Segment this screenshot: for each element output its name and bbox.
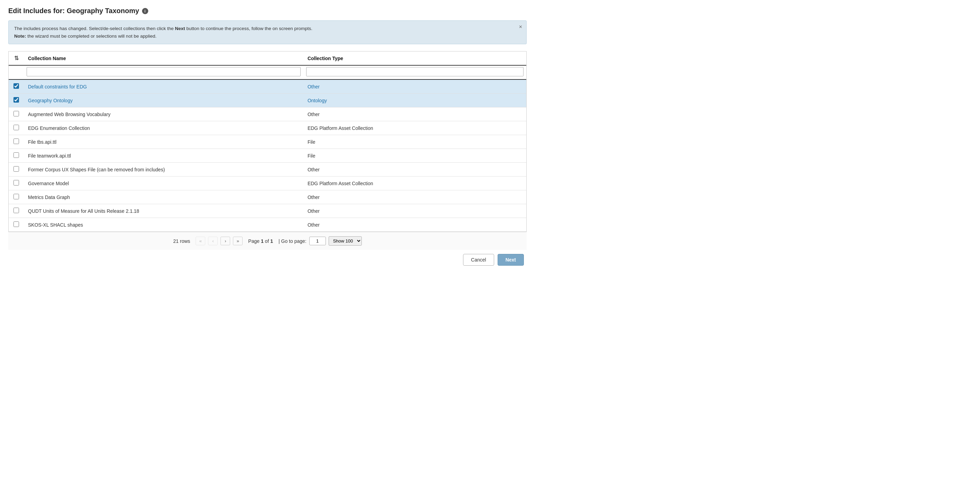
alert-message-prefix: The includes process has changed. Select… (14, 26, 175, 31)
of-label: of (265, 238, 269, 244)
footer-actions: Cancel Next (8, 250, 527, 267)
collection-name-cell[interactable]: Default constraints for EDG (24, 79, 304, 94)
total-pages: 1 (270, 238, 273, 244)
row-checkbox[interactable] (13, 180, 19, 186)
checkbox-cell (9, 176, 24, 190)
filter-empty-cell (9, 65, 24, 79)
table-row: File teamwork.api.ttlFile (9, 149, 526, 163)
collection-type-cell: Other (304, 204, 526, 218)
goto-page-input[interactable] (309, 236, 326, 245)
collection-type-filter[interactable] (306, 67, 523, 76)
table-row: EDG Enumeration CollectionEDG Platform A… (9, 121, 526, 135)
row-checkbox[interactable] (13, 138, 19, 144)
current-page: 1 (261, 238, 264, 244)
checkbox-cell (9, 218, 24, 232)
row-checkbox[interactable] (13, 194, 19, 199)
collection-name-cell: File teamwork.api.ttl (24, 149, 304, 163)
collection-name-cell: SKOS-XL SHACL shapes (24, 218, 304, 232)
col-type-header: Collection Type (304, 51, 526, 65)
table-row: Metrics Data GraphOther (9, 190, 526, 204)
next-page-button[interactable]: › (221, 236, 230, 245)
page-text: Page (248, 238, 259, 244)
page-title: Edit Includes for: Geography Taxonomy (8, 7, 139, 15)
collection-type-cell: File (304, 149, 526, 163)
row-checkbox[interactable] (13, 166, 19, 172)
row-checkbox[interactable] (13, 208, 19, 213)
alert-note-text: the wizard must be completed or selectio… (26, 33, 156, 39)
collection-type-cell: Other (304, 190, 526, 204)
checkbox-cell (9, 121, 24, 135)
collections-table: ⇅ Collection Name Collection Type (9, 51, 526, 232)
checkbox-cell (9, 79, 24, 94)
filter-type-cell (304, 65, 526, 79)
collection-name-cell[interactable]: Geography Ontology (24, 94, 304, 108)
checkbox-cell (9, 163, 24, 176)
collection-type-cell: Other (304, 108, 526, 121)
checkbox-cell (9, 108, 24, 121)
checkbox-cell (9, 94, 24, 108)
checkbox-cell (9, 190, 24, 204)
rows-count: 21 rows (173, 238, 190, 244)
alert-note-label: Note: (14, 33, 26, 39)
info-icon[interactable]: i (142, 8, 148, 14)
table-row: Default constraints for EDGOther (9, 79, 526, 94)
table-row: Governance ModelEDG Platform Asset Colle… (9, 176, 526, 190)
collection-name-cell: Governance Model (24, 176, 304, 190)
table-header-row: ⇅ Collection Name Collection Type (9, 51, 526, 65)
collection-type-cell: EDG Platform Asset Collection (304, 121, 526, 135)
table-body: Default constraints for EDGOtherGeograph… (9, 79, 526, 232)
collection-type-cell[interactable]: Ontology (304, 94, 526, 108)
checkbox-cell (9, 135, 24, 149)
table-filter-row (9, 65, 526, 79)
filter-name-cell (24, 65, 304, 79)
collections-table-wrapper: ⇅ Collection Name Collection Type (8, 51, 527, 232)
table-row: Augmented Web Browsing VocabularyOther (9, 108, 526, 121)
table-row: Geography OntologyOntology (9, 94, 526, 108)
collection-name-cell: Metrics Data Graph (24, 190, 304, 204)
row-checkbox[interactable] (13, 125, 19, 130)
row-checkbox[interactable] (13, 83, 19, 89)
sort-icon[interactable]: ⇅ (14, 55, 19, 62)
collection-name-cell: Former Corpus UX Shapes File (can be rem… (24, 163, 304, 176)
row-checkbox[interactable] (13, 111, 19, 116)
collection-type-cell: Other (304, 163, 526, 176)
collection-name-filter[interactable] (27, 67, 301, 76)
sort-header[interactable]: ⇅ (9, 51, 24, 65)
goto-label: | Go to page: (278, 238, 307, 244)
row-checkbox[interactable] (13, 152, 19, 158)
page-info: Page 1 of 1 (248, 238, 273, 244)
prev-page-button[interactable]: ‹ (208, 236, 218, 245)
collection-type-cell: File (304, 135, 526, 149)
pagination-bar: 21 rows « ‹ › » Page 1 of 1 | Go to page… (8, 232, 527, 250)
collection-name-cell: EDG Enumeration Collection (24, 121, 304, 135)
table-row: Former Corpus UX Shapes File (can be rem… (9, 163, 526, 176)
col-name-header: Collection Name (24, 51, 304, 65)
table-row: File tbs.api.ttlFile (9, 135, 526, 149)
collection-name-cell: Augmented Web Browsing Vocabulary (24, 108, 304, 121)
collection-type-cell: Other (304, 218, 526, 232)
collection-name-cell: File tbs.api.ttl (24, 135, 304, 149)
collection-type-cell[interactable]: Other (304, 79, 526, 94)
alert-message-suffix: button to continue the process, follow t… (185, 26, 312, 31)
row-checkbox[interactable] (13, 97, 19, 103)
collection-type-cell: EDG Platform Asset Collection (304, 176, 526, 190)
alert-next-bold: Next (175, 26, 185, 31)
alert-close-button[interactable]: × (519, 24, 522, 30)
table-row: SKOS-XL SHACL shapesOther (9, 218, 526, 232)
next-button[interactable]: Next (498, 254, 524, 266)
table-row: QUDT Units of Measure for All Units Rele… (9, 204, 526, 218)
checkbox-cell (9, 204, 24, 218)
cancel-button[interactable]: Cancel (463, 254, 494, 266)
first-page-button[interactable]: « (196, 236, 205, 245)
row-checkbox[interactable] (13, 221, 19, 227)
checkbox-cell (9, 149, 24, 163)
show-count-select[interactable]: Show 10 Show 25 Show 50 Show 100 (329, 236, 362, 246)
alert-banner: The includes process has changed. Select… (8, 21, 527, 44)
collection-name-cell: QUDT Units of Measure for All Units Rele… (24, 204, 304, 218)
last-page-button[interactable]: » (233, 236, 243, 245)
